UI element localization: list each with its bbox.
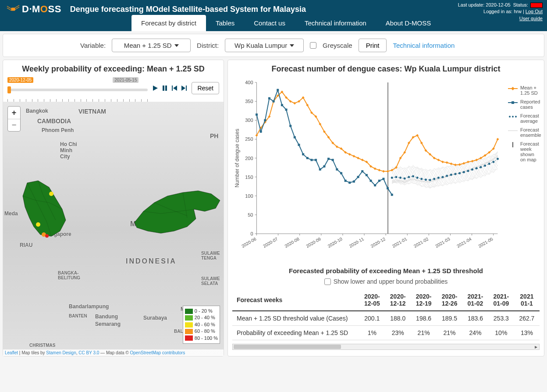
map-attribution: Leaflet | Map tiles by Stamen Design, CC… — [3, 349, 224, 356]
svg-rect-68 — [281, 104, 283, 106]
prob-table: Forecast weeks2020-12-052020-12-122020-1… — [228, 289, 544, 342]
svg-point-105 — [433, 178, 435, 180]
svg-text:350: 350 — [245, 99, 253, 104]
bounds-label: Show lower and upper bound probabilities — [334, 278, 448, 285]
svg-rect-7 — [165, 86, 167, 91]
svg-rect-123 — [511, 101, 514, 104]
svg-rect-72 — [298, 144, 300, 146]
slider-thumb[interactable] — [7, 86, 11, 93]
tab-contact[interactable]: Contact us — [244, 15, 295, 31]
svg-rect-81 — [336, 168, 338, 171]
svg-point-12 — [49, 192, 53, 196]
svg-rect-94 — [391, 194, 393, 196]
svg-text:2021-03: 2021-03 — [434, 236, 451, 249]
zoom-in-button[interactable]: + — [8, 107, 20, 119]
logo-text: D·MOSS — [22, 4, 61, 15]
svg-point-109 — [450, 174, 452, 176]
svg-point-101 — [416, 177, 419, 179]
svg-text:2020-06: 2020-06 — [241, 236, 257, 249]
scroll-right-icon[interactable]: ▶ — [533, 344, 539, 349]
osm-link[interactable]: OpenStreetMap contributors — [130, 350, 185, 355]
svg-point-107 — [442, 176, 444, 178]
svg-rect-11 — [186, 86, 187, 91]
svg-point-111 — [458, 172, 461, 175]
svg-point-120 — [497, 158, 499, 160]
svg-text:2021-01: 2021-01 — [391, 236, 408, 249]
skip-back-icon[interactable] — [170, 84, 178, 92]
tab-about[interactable]: About D-MOSS — [376, 15, 440, 31]
play-icon[interactable] — [151, 84, 159, 92]
svg-rect-63 — [260, 131, 262, 133]
svg-point-95 — [391, 177, 393, 179]
bounds-checkbox[interactable] — [324, 278, 331, 285]
reset-button[interactable]: Reset — [192, 82, 219, 94]
svg-rect-6 — [163, 86, 164, 91]
scrollbar-thumb[interactable] — [234, 345, 341, 349]
svg-point-103 — [425, 178, 427, 181]
tab-forecast-district[interactable]: Forecast by district — [131, 15, 206, 31]
satellite-icon — [7, 5, 19, 13]
svg-text:2020-11: 2020-11 — [348, 236, 365, 249]
toolbar: Variable: Mean + 1.25 SD District: Wp Ku… — [3, 34, 544, 57]
svg-marker-9 — [173, 86, 177, 91]
district-label: District: — [197, 42, 219, 49]
svg-rect-89 — [370, 180, 372, 182]
greyscale-label: Greyscale — [323, 42, 352, 49]
svg-point-118 — [488, 163, 490, 165]
variable-dropdown[interactable]: Mean + 1.25 SD — [112, 39, 191, 52]
skip-forward-icon[interactable] — [180, 84, 188, 92]
svg-rect-79 — [327, 158, 330, 160]
svg-point-15 — [45, 234, 49, 238]
slider-start-date: 2020-12-05 — [7, 77, 33, 83]
app-header: D·MOSS Dengue forecasting MOdel Satellit… — [0, 0, 547, 15]
svg-point-119 — [492, 161, 494, 163]
svg-text:200: 200 — [245, 156, 253, 161]
svg-rect-84 — [348, 182, 351, 184]
greyscale-checkbox[interactable] — [310, 42, 316, 49]
svg-rect-93 — [387, 187, 389, 189]
choropleth-map[interactable]: + − Bangkok VIETNAM CAMBODIA Phnom Penh … — [3, 102, 224, 356]
svg-point-115 — [476, 167, 478, 169]
tab-technical[interactable]: Technical information — [295, 15, 376, 31]
forecast-chart: 0501001502002503003504002020-062020-0720… — [228, 76, 544, 264]
svg-rect-86 — [357, 176, 359, 178]
svg-marker-10 — [181, 86, 185, 91]
user-guide-link[interactable]: User guide — [519, 16, 543, 21]
leaflet-link[interactable]: Leaflet — [5, 350, 18, 355]
stamen-link[interactable]: Stamen Design — [46, 350, 76, 355]
cc-link[interactable]: CC BY 3.0 — [78, 350, 99, 355]
svg-rect-65 — [268, 97, 270, 100]
svg-text:2021-05: 2021-05 — [477, 236, 494, 249]
svg-text:50: 50 — [248, 212, 253, 217]
status-indicator — [530, 3, 543, 8]
svg-text:2021-02: 2021-02 — [413, 236, 430, 249]
logout-link[interactable]: Log Out — [526, 9, 543, 14]
pause-icon[interactable] — [161, 84, 169, 92]
svg-point-104 — [429, 179, 431, 181]
svg-point-117 — [484, 164, 486, 167]
horizontal-scrollbar[interactable]: ▶ — [232, 344, 540, 350]
district-dropdown[interactable]: Wp Kuala Lumpur — [225, 39, 304, 52]
svg-rect-88 — [366, 174, 368, 176]
svg-point-96 — [395, 176, 397, 178]
svg-text:150: 150 — [245, 175, 253, 180]
svg-rect-71 — [294, 136, 296, 139]
svg-rect-0 — [11, 8, 15, 11]
svg-rect-87 — [361, 170, 363, 172]
svg-point-106 — [437, 177, 440, 179]
svg-rect-74 — [306, 157, 309, 159]
prob-title: Forecasted probability of exceeding Mean… — [228, 264, 544, 276]
svg-rect-64 — [264, 119, 266, 121]
svg-rect-73 — [302, 153, 304, 155]
logo: D·MOSS — [7, 4, 61, 15]
technical-info-link[interactable]: Technical information — [393, 42, 455, 49]
zoom-out-button[interactable]: − — [8, 119, 20, 131]
svg-marker-5 — [153, 86, 158, 91]
svg-text:Number of dengue cases: Number of dengue cases — [234, 128, 240, 187]
slider-end-date: 2021-05-15 — [113, 77, 139, 83]
print-button[interactable]: Print — [359, 39, 387, 52]
tab-tables[interactable]: Tables — [206, 15, 244, 31]
variable-label: Variable: — [80, 42, 106, 49]
svg-point-114 — [471, 168, 473, 171]
time-slider[interactable]: 2020-12-05 2021-05-15 — [7, 85, 148, 98]
